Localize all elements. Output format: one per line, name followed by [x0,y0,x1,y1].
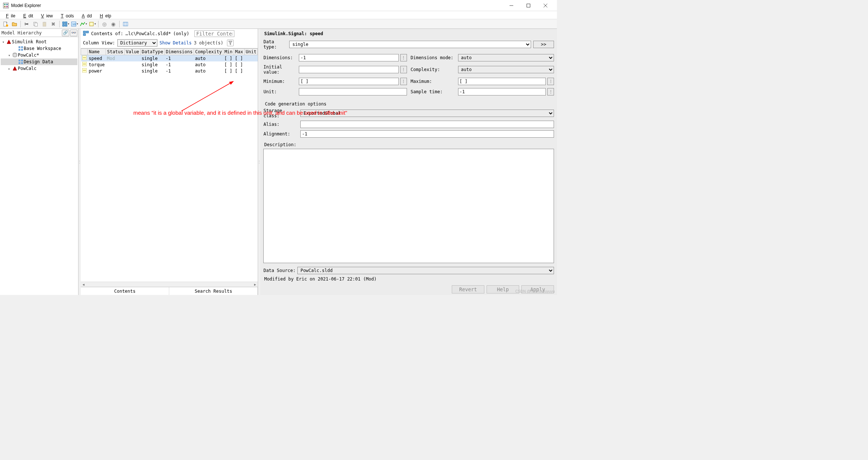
tab-contents[interactable]: Contents [81,287,169,295]
col-dimensions[interactable]: Dimensions [164,49,194,55]
plot-button[interactable]: ▾ [79,20,87,28]
target-button[interactable]: ◉ [109,20,117,28]
svg-rect-15 [63,22,64,24]
filter-icon[interactable] [227,40,234,46]
copy-button[interactable] [31,20,40,28]
svg-rect-12 [35,23,37,26]
svg-rect-13 [43,22,46,26]
col-name[interactable]: Name [88,49,106,55]
view-grid-button[interactable]: ▾ [61,20,70,28]
maximum-input[interactable] [458,78,546,85]
col-max[interactable]: Max [234,49,244,55]
menu-view[interactable]: View [37,12,55,20]
delete-button[interactable]: ✖ [49,20,57,28]
menu-help[interactable]: Help [96,12,114,20]
contents-of-label: Contents of: [91,31,123,36]
table-row[interactable]: torque single -1 auto [ ] [ ] [81,61,258,68]
maximum-more-button[interactable]: ⋮ [547,78,554,85]
dimensions-input[interactable] [299,54,398,61]
columns-button[interactable] [121,20,130,28]
complexity-label: Complexity: [411,67,457,72]
alias-label: Alias: [263,122,300,127]
alignment-input[interactable] [300,130,554,138]
col-unit[interactable]: Unit [244,49,258,55]
menu-file[interactable]: File [1,12,17,20]
unit-input[interactable] [299,88,407,95]
link-icon[interactable]: 🔗 [62,30,69,36]
properties-panel: Simulink.Signal: speed Data type: single… [260,29,557,295]
minimize-button[interactable] [503,0,520,11]
tree-label: Base Workspace [24,46,61,51]
cell-max: [ ] [234,55,244,62]
minimum-input[interactable] [299,78,398,85]
minimum-more-button[interactable]: ⋮ [400,78,407,85]
cell-name: torque [88,61,106,68]
block-button[interactable]: ▾ [88,20,96,28]
col-min[interactable]: Min [223,49,234,55]
svg-rect-18 [65,24,67,26]
menu-tools[interactable]: Tools [56,12,76,20]
window-title: Model Explorer [11,3,41,8]
table-row[interactable]: power single -1 auto [ ] [ ] [81,68,258,74]
maximize-button[interactable] [520,0,537,11]
revert-button[interactable]: Revert [452,285,484,293]
horizontal-scrollbar[interactable] [81,282,258,287]
col-datatype[interactable]: DataType [140,49,164,55]
codegen-title: Code generation options [265,101,554,107]
initial-value-more-button[interactable]: ⋮ [400,66,407,73]
tree-design-data[interactable]: Design Data [1,58,77,65]
svg-rect-2 [6,4,8,5]
unit-label: Unit: [263,89,297,94]
svg-rect-35 [83,31,86,33]
complexity-select[interactable]: auto [458,66,554,73]
contents-table: Name Status Value DataType Dimensions Co… [81,48,258,74]
svg-text:101: 101 [72,23,76,26]
contents-panel: Contents of: …lc\PowCalc.sldd* (only) Co… [81,29,258,295]
svg-point-10 [6,24,8,27]
tree-simulink-root[interactable]: ▾Simulink Root [1,38,77,45]
dimensions-mode-select[interactable]: auto [458,54,554,61]
alias-input[interactable] [300,121,554,128]
col-value[interactable]: Value [124,49,140,55]
show-details-link[interactable]: Show Details [160,40,192,46]
new-button[interactable] [1,20,10,28]
close-button[interactable] [537,0,554,11]
menu-edit[interactable]: Edit [19,12,36,20]
col-complexity[interactable]: Complexity [194,49,223,55]
cell-complexity: auto [194,68,223,74]
cell-min: [ ] [223,68,234,74]
svg-rect-21 [90,22,93,26]
initial-value-input[interactable] [299,66,398,73]
help-button[interactable]: Help [487,285,519,293]
sampletime-more-button[interactable]: ⋮ [547,88,554,95]
toolbar: ✂ ✖ ▾ 101▾ ▾ ▾ ◎ ◉ [0,19,557,29]
description-textarea[interactable] [263,149,554,263]
contents-icon [83,31,89,37]
column-view-select[interactable]: Dictionary Objects [117,39,157,47]
dimensions-more-button[interactable]: ⋮ [400,54,407,61]
svg-rect-26 [21,46,23,48]
signal-button[interactable]: 101▾ [70,20,79,28]
goggles-icon[interactable]: 👓 [70,30,77,36]
contents-path: …lc\PowCalc.sldd* [126,31,171,36]
tab-search-results[interactable]: Search Results [169,287,258,295]
minimum-label: Minimum: [263,79,297,84]
datatype-assist-button[interactable]: >> [533,41,554,48]
tree-powcalc-model[interactable]: ▸PowCalc [1,65,77,72]
paste-button[interactable] [40,20,49,28]
datatype-select[interactable]: single [289,41,531,48]
col-icon[interactable] [81,49,88,55]
tree-powcalc-dict[interactable]: ▾PowCalc* [1,52,77,58]
sampletime-input[interactable] [458,88,546,95]
data-source-select[interactable]: PowCalc.sldd [297,267,554,274]
cell-complexity: auto [194,55,223,62]
col-status[interactable]: Status [106,49,124,55]
filter-input[interactable] [194,30,234,37]
menu-add[interactable]: Add [77,12,94,20]
cut-button[interactable]: ✂ [23,20,31,28]
tree-base-workspace[interactable]: Base Workspace [1,45,77,52]
hierarchy-title: Model Hierarchy [1,30,41,36]
open-button[interactable] [10,20,19,28]
linked-button[interactable]: ◎ [100,20,108,28]
table-row[interactable]: speed Mod single -1 auto [ ] [ ] [81,55,258,62]
